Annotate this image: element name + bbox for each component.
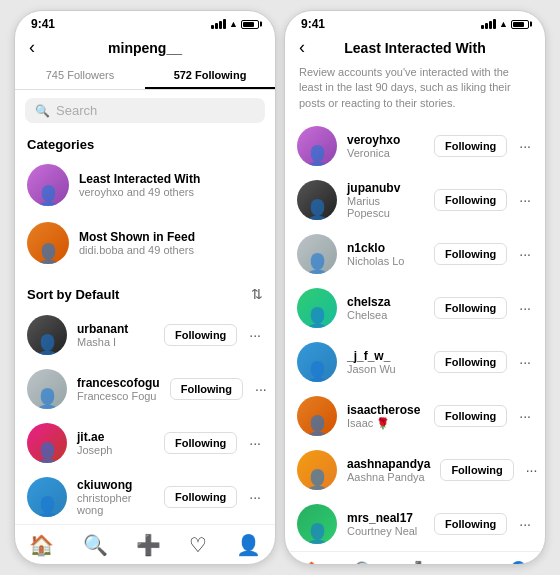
right-user-avatar-7 <box>297 504 337 544</box>
username-display: minpeng__ <box>108 40 182 56</box>
user-item-2: jit.ae Joseph Following ··· <box>15 416 275 470</box>
left-phone: 9:41 ▲ ‹ minpeng__ 745 Followers <box>14 10 276 565</box>
signal-icon-right <box>481 19 496 29</box>
bottom-nav-left: 🏠 🔍 ➕ ♡ 👤 <box>15 524 275 565</box>
phones-container: 9:41 ▲ ‹ minpeng__ 745 Followers <box>6 2 554 573</box>
right-follow-btn-7[interactable]: Following <box>434 513 507 535</box>
right-more-7[interactable]: ··· <box>517 516 533 532</box>
right-nav-heart[interactable]: ♡ <box>459 560 477 565</box>
nav-home[interactable]: 🏠 <box>29 533 54 557</box>
user-avatar-0 <box>27 315 67 355</box>
bottom-nav-right: 🏠 🔍 ➕ ♡ 👤 <box>285 551 545 565</box>
right-follow-btn-6[interactable]: Following <box>440 459 513 481</box>
status-bar-right: 9:41 ▲ <box>285 11 545 35</box>
right-more-0[interactable]: ··· <box>517 138 533 154</box>
tab-following[interactable]: 572 Following <box>145 63 275 89</box>
realname-3: christopher wong <box>77 492 154 516</box>
right-phone: 9:41 ▲ ‹ Least Interacted With Review ac… <box>284 10 546 565</box>
right-more-4[interactable]: ··· <box>517 354 533 370</box>
right-nav-add[interactable]: ➕ <box>406 560 431 565</box>
nav-profile[interactable]: 👤 <box>236 533 261 557</box>
time-left: 9:41 <box>31 17 55 31</box>
right-user-avatar-6 <box>297 450 337 490</box>
follow-btn-2[interactable]: Following <box>164 432 237 454</box>
username-1: francescofogu <box>77 376 160 390</box>
right-realname-4: Jason Wu <box>347 363 424 375</box>
nav-heart[interactable]: ♡ <box>189 533 207 557</box>
back-button[interactable]: ‹ <box>29 37 35 58</box>
right-realname-7: Courtney Neal <box>347 525 424 537</box>
right-nav-home[interactable]: 🏠 <box>299 560 324 565</box>
nav-add[interactable]: ➕ <box>136 533 161 557</box>
right-follow-btn-5[interactable]: Following <box>434 405 507 427</box>
right-follow-btn-3[interactable]: Following <box>434 297 507 319</box>
right-nav-profile[interactable]: 👤 <box>506 560 531 565</box>
category-subtitle-1: veroyhxo and 49 others <box>79 186 200 198</box>
user-item-0: urbanant Masha I Following ··· <box>15 308 275 362</box>
status-icons-left: ▲ <box>211 19 259 29</box>
right-user-item-5: isaactherose Isaac 🌹 Following ··· <box>285 389 545 443</box>
right-username-1: jupanubv <box>347 181 424 195</box>
category-title-2: Most Shown in Feed <box>79 230 195 244</box>
right-user-avatar-2 <box>297 234 337 274</box>
right-user-avatar-3 <box>297 288 337 328</box>
right-follow-btn-1[interactable]: Following <box>434 189 507 211</box>
user-info-3: ckiuwong christopher wong <box>77 478 154 516</box>
user-info-0: urbanant Masha I <box>77 322 154 348</box>
nav-search[interactable]: 🔍 <box>83 533 108 557</box>
user-item-1: francescofogu Francesco Fogu Following ·… <box>15 362 275 416</box>
categories-title: Categories <box>15 131 275 156</box>
more-btn-3[interactable]: ··· <box>247 489 263 505</box>
battery-icon-right <box>511 20 529 29</box>
right-more-3[interactable]: ··· <box>517 300 533 316</box>
sort-label: Sort by Default <box>27 287 119 302</box>
right-more-1[interactable]: ··· <box>517 192 533 208</box>
battery-icon <box>241 20 259 29</box>
category-least-interacted[interactable]: Least Interacted With veroyhxo and 49 ot… <box>15 156 275 214</box>
username-0: urbanant <box>77 322 154 336</box>
follow-btn-3[interactable]: Following <box>164 486 237 508</box>
sort-icon[interactable]: ⇅ <box>251 286 263 302</box>
user-avatar-1 <box>27 369 67 409</box>
right-more-6[interactable]: ··· <box>524 462 540 478</box>
realname-0: Masha I <box>77 336 154 348</box>
status-icons-right: ▲ <box>481 19 529 29</box>
more-btn-0[interactable]: ··· <box>247 327 263 343</box>
search-input[interactable]: Search <box>56 103 97 118</box>
right-realname-5: Isaac 🌹 <box>347 417 424 430</box>
status-bar-left: 9:41 ▲ <box>15 11 275 35</box>
right-user-item-7: mrs_neal17 Courtney Neal Following ··· <box>285 497 545 551</box>
more-btn-2[interactable]: ··· <box>247 435 263 451</box>
follow-btn-0[interactable]: Following <box>164 324 237 346</box>
realname-2: Joseph <box>77 444 154 456</box>
wifi-icon: ▲ <box>229 19 238 29</box>
sort-bar: Sort by Default ⇅ <box>15 280 275 308</box>
right-username-7: mrs_neal17 <box>347 511 424 525</box>
search-box[interactable]: 🔍 Search <box>25 98 265 123</box>
category-info-1: Least Interacted With veroyhxo and 49 ot… <box>79 172 200 198</box>
right-username-6: aashnapandya <box>347 457 430 471</box>
right-realname-1: Marius Popescu <box>347 195 424 219</box>
right-follow-btn-2[interactable]: Following <box>434 243 507 265</box>
user-item-3: ckiuwong christopher wong Following ··· <box>15 470 275 524</box>
tab-followers[interactable]: 745 Followers <box>15 63 145 89</box>
username-2: jit.ae <box>77 430 154 444</box>
right-follow-btn-0[interactable]: Following <box>434 135 507 157</box>
right-user-info-0: veroyhxo Veronica <box>347 133 424 159</box>
page-title: Least Interacted With <box>344 40 485 56</box>
right-more-2[interactable]: ··· <box>517 246 533 262</box>
follow-btn-1[interactable]: Following <box>170 378 243 400</box>
right-follow-btn-4[interactable]: Following <box>434 351 507 373</box>
category-title-1: Least Interacted With <box>79 172 200 186</box>
right-nav-search[interactable]: 🔍 <box>353 560 378 565</box>
more-btn-1[interactable]: ··· <box>253 381 269 397</box>
category-most-shown[interactable]: Most Shown in Feed didi.boba and 49 othe… <box>15 214 275 272</box>
right-user-avatar-4 <box>297 342 337 382</box>
right-username-2: n1cklo <box>347 241 424 255</box>
right-username-4: _j_f_w_ <box>347 349 424 363</box>
wifi-icon-right: ▲ <box>499 19 508 29</box>
category-avatar-2 <box>27 222 69 264</box>
back-button-right[interactable]: ‹ <box>299 37 305 58</box>
right-user-info-2: n1cklo Nicholas Lo <box>347 241 424 267</box>
right-more-5[interactable]: ··· <box>517 408 533 424</box>
